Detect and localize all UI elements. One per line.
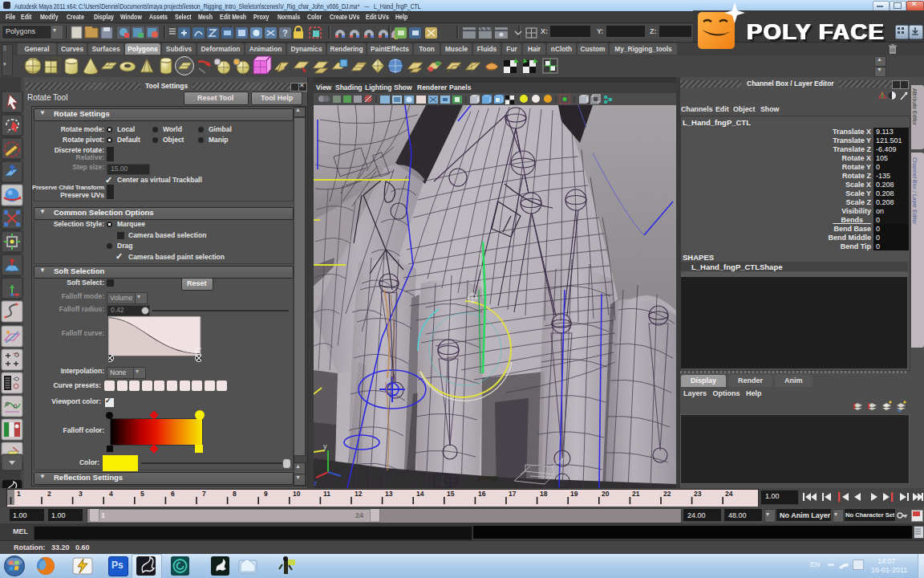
svg-text:23: 23 (694, 490, 702, 498)
svg-text:12: 12 (355, 490, 363, 498)
svg-text:4: 4 (109, 490, 113, 498)
svg-text:22: 22 (663, 490, 671, 498)
svg-text:14: 14 (416, 490, 424, 498)
svg-text:18: 18 (540, 490, 548, 498)
svg-text:persp: persp (478, 474, 498, 482)
svg-text:5: 5 (140, 490, 144, 498)
svg-text:17: 17 (509, 490, 517, 498)
svg-text:2: 2 (47, 490, 51, 498)
svg-text:?: ? (282, 28, 288, 38)
svg-text:9: 9 (264, 490, 268, 498)
svg-text:1: 1 (17, 490, 21, 498)
svg-text:13: 13 (385, 490, 393, 498)
svg-text:6: 6 (171, 490, 175, 498)
svg-text:21: 21 (632, 490, 640, 498)
svg-text:15: 15 (447, 490, 455, 498)
svg-text:20: 20 (602, 490, 610, 498)
svg-text:8: 8 (233, 490, 237, 498)
svg-text:7: 7 (202, 490, 206, 498)
svg-text:10: 10 (293, 490, 301, 498)
svg-text:16: 16 (478, 490, 486, 498)
svg-text:24: 24 (725, 490, 733, 498)
svg-text:11: 11 (323, 490, 330, 498)
svg-text:19: 19 (570, 490, 578, 498)
svg-text:3: 3 (79, 490, 83, 498)
